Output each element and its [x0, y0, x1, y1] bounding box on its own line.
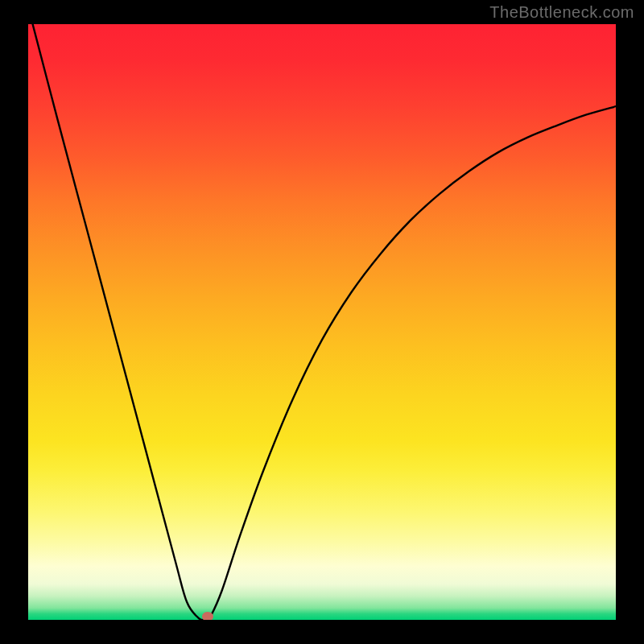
bottleneck-marker-dot — [202, 612, 213, 620]
watermark-text: TheBottleneck.com — [489, 3, 634, 22]
chart-curve — [28, 24, 616, 620]
chart-plot-area — [28, 24, 616, 620]
